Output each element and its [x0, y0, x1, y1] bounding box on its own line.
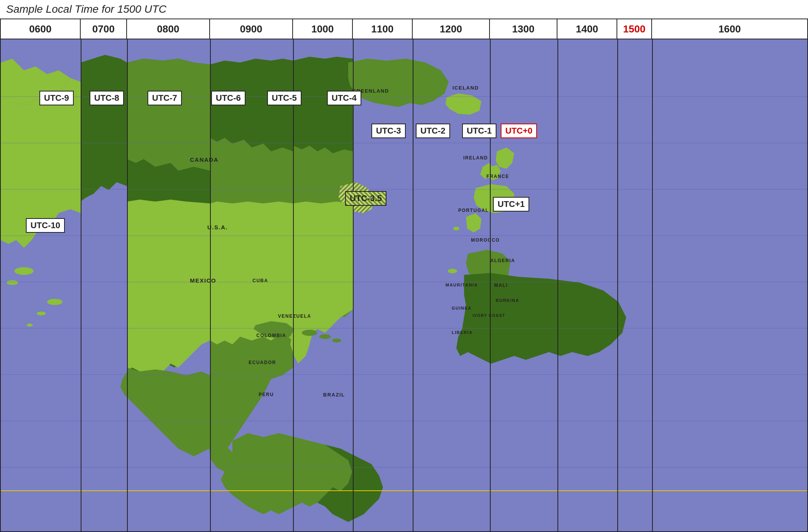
divider-10 — [652, 39, 653, 531]
iceland-label: ICELAND — [452, 85, 479, 91]
time-1100: 1100 — [353, 19, 413, 39]
utc-6-label: UTC-6 — [211, 91, 246, 105]
utc-plus1-label: UTC+1 — [493, 197, 529, 212]
utc-4-label: UTC-4 — [327, 91, 361, 105]
algeria-label: ALGERIA — [490, 258, 515, 263]
svg-point-10 — [14, 267, 34, 275]
morocco-label: MOROCCO — [471, 237, 500, 243]
venezuela-label: VENEZUELA — [278, 313, 311, 319]
svg-point-14 — [302, 330, 317, 336]
time-header: 0600 0700 0800 0900 1000 1100 1200 1300 … — [1, 19, 807, 39]
cuba-label: CUBA — [252, 278, 268, 283]
time-1200: 1200 — [413, 19, 490, 39]
peru-label: PERU — [259, 392, 274, 397]
divider-4 — [293, 39, 294, 531]
canada-label: CANADA — [190, 156, 219, 163]
map-svg — [1, 39, 808, 532]
time-1600: 1600 — [652, 19, 807, 39]
time-0600: 0600 — [1, 19, 81, 39]
hgrid-2 — [1, 143, 807, 143]
utc-3-label: UTC-3 — [371, 124, 406, 138]
time-0900: 0900 — [210, 19, 293, 39]
hgrid-3 — [1, 189, 807, 190]
map-container: 0600 0700 0800 0900 1000 1100 1200 1300 … — [0, 19, 808, 532]
svg-point-18 — [453, 227, 459, 230]
hgrid-4 — [1, 236, 807, 236]
time-1300: 1300 — [490, 19, 557, 39]
ireland-label: IRELAND — [463, 155, 488, 161]
divider-5 — [353, 39, 354, 531]
svg-point-17 — [448, 269, 457, 273]
utc-1-label: UTC-1 — [462, 124, 496, 138]
svg-point-15 — [319, 334, 331, 339]
svg-point-16 — [332, 339, 341, 342]
mexico-label: MEXICO — [190, 277, 216, 284]
svg-point-21 — [27, 324, 33, 327]
divider-9 — [617, 39, 618, 531]
portugal-label: PORTUGAL — [458, 208, 489, 213]
utc-10-label: UTC-10 — [26, 218, 65, 233]
time-0800: 0800 — [127, 19, 210, 39]
divider-6 — [413, 39, 413, 531]
burkina-label: BURKINA — [496, 298, 519, 303]
france-label: FRANCE — [486, 174, 509, 179]
divider-7 — [490, 39, 491, 531]
utc-5-label: UTC-5 — [267, 91, 302, 105]
utc-8-label: UTC-8 — [90, 91, 124, 105]
time-1400: 1400 — [557, 19, 617, 39]
svg-point-19 — [47, 299, 63, 305]
svg-point-20 — [37, 312, 46, 315]
divider-3 — [210, 39, 211, 531]
brazil-label: BRAZIL — [323, 392, 345, 398]
divider-2 — [127, 39, 128, 531]
svg-point-11 — [7, 280, 18, 285]
utc-7-label: UTC-7 — [147, 91, 182, 105]
page-title: Sample Local Time for 1500 UTC — [0, 0, 808, 19]
mauritania-label: MAURITANIA — [446, 283, 478, 287]
time-0700: 0700 — [81, 19, 127, 39]
mali-label: MALI — [494, 283, 508, 288]
ecuador-label: ECUADOR — [249, 360, 276, 365]
utc-0-label: UTC+0 — [501, 124, 537, 138]
usa-label: U.S.A. — [207, 224, 228, 230]
hgrid-7 — [1, 374, 807, 375]
colombia-label: COLOMBIA — [256, 333, 286, 338]
time-1000: 1000 — [293, 19, 353, 39]
liberia-label: LIBERIA — [452, 330, 473, 335]
equator-line — [1, 490, 807, 491]
ivory-coast-label: IVORY COAST — [473, 313, 505, 318]
divider-1 — [81, 39, 81, 531]
divider-8 — [557, 39, 558, 531]
hgrid-8 — [1, 421, 807, 421]
hgrid-9 — [1, 467, 807, 468]
hgrid-6 — [1, 328, 807, 329]
utc-3-5-label: UTC-3.5 — [345, 191, 386, 206]
utc-2-label: UTC-2 — [416, 124, 450, 138]
hgrid-5 — [1, 282, 807, 282]
guinea-label: GUINEA — [452, 306, 472, 310]
utc-9-label: UTC-9 — [39, 91, 74, 105]
time-1500: 1500 — [617, 19, 652, 39]
